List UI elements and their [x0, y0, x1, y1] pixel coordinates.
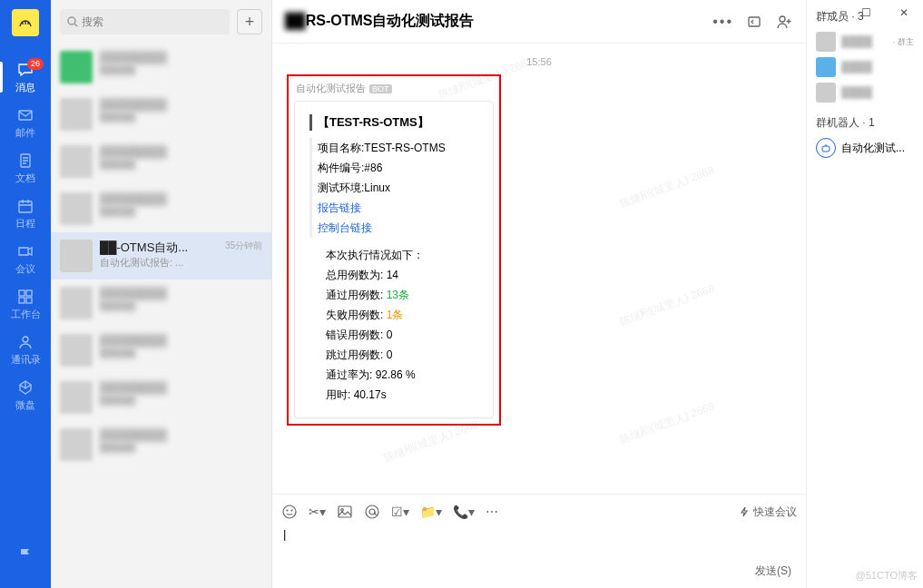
conversation-item[interactable]: ████████ █████ — [51, 138, 271, 185]
nav-meeting[interactable]: 会议 — [0, 236, 51, 281]
meeting-icon — [16, 242, 34, 260]
member-name: ████ — [841, 61, 914, 74]
quick-meeting-button[interactable]: 快速会议 — [739, 505, 797, 520]
grid-icon — [16, 288, 34, 306]
svg-point-10 — [780, 16, 785, 22]
calendar-icon — [16, 197, 34, 215]
nav-label: 通讯录 — [11, 353, 41, 367]
svg-rect-0 — [19, 111, 32, 120]
conversation-list-panel: 搜索 + ████████ █████ ████████ █████ █████… — [51, 0, 272, 588]
avatar — [60, 145, 93, 178]
svg-rect-4 — [26, 290, 32, 296]
nav-disk[interactable]: 微盘 — [0, 372, 51, 417]
svg-rect-3 — [19, 290, 25, 296]
message-input[interactable]: | — [281, 524, 797, 560]
svg-rect-18 — [822, 146, 830, 152]
bot-badge: BOT — [369, 84, 392, 93]
nav-chat[interactable]: 消息26 — [0, 54, 51, 100]
avatar — [60, 334, 93, 367]
conv-title: ████████ — [100, 428, 262, 442]
stats-rate: 通过率为: 92.86 % — [326, 365, 478, 385]
console-link[interactable]: 控制台链接 — [309, 218, 478, 238]
nav-label: 微盘 — [15, 398, 35, 412]
card-env: 测试环境:Linux — [309, 178, 478, 198]
conv-subtitle: █████ — [100, 159, 262, 170]
send-button[interactable]: 发送(S) — [281, 560, 797, 583]
chat-titlebar: ██RS-OTMS自动化测试报告 ••• — [272, 0, 806, 44]
member-row[interactable]: ████ — [816, 57, 914, 77]
message-area: 15:56 陈继刚(城里人) 2668 陈继刚(城里人) 2668 陈继刚(城里… — [272, 44, 806, 494]
stats-block: 本次执行情况如下： 总用例数为: 14 通过用例数: 13条 失败用例数: 1条… — [309, 245, 478, 405]
window-min[interactable]: — — [809, 0, 847, 25]
svg-rect-14 — [339, 506, 351, 517]
member-name: ████ — [841, 86, 914, 99]
folder-icon[interactable]: 📁▾ — [420, 505, 442, 519]
nav-calendar[interactable]: 日程 — [0, 191, 51, 236]
bot-row[interactable]: 自动化测试... — [816, 138, 914, 158]
highlighted-message: 自动化测试报告 BOT 【TEST-RS-OTMS】 项目名称:TEST-RS-… — [287, 74, 501, 426]
logo-icon — [18, 15, 33, 30]
emoji-icon[interactable] — [281, 504, 298, 520]
avatar — [60, 240, 93, 272]
stats-heading: 本次执行情况如下： — [326, 245, 478, 265]
nav-grid[interactable]: 工作台 — [0, 281, 51, 327]
conversation-item[interactable]: ██-OTMS自动... 自动化测试报告: ... 35分钟前 — [51, 232, 271, 279]
stats-skip: 跳过用例数: 0 — [326, 345, 478, 365]
nav-label: 工作台 — [11, 308, 41, 321]
owner-tag: · 群主 — [893, 36, 914, 48]
message-sender: 自动化测试报告 BOT — [296, 82, 494, 95]
conv-subtitle: █████ — [100, 64, 262, 75]
more-icon[interactable]: ••• — [712, 14, 733, 30]
report-link[interactable]: 报告链接 — [309, 198, 478, 218]
nav-doc[interactable]: 文档 — [0, 145, 51, 191]
avatar — [60, 51, 93, 83]
member-row[interactable]: ████ — [816, 83, 914, 103]
svg-rect-9 — [749, 17, 760, 26]
conversation-item[interactable]: ████████ █████ — [51, 44, 271, 91]
conv-title: ████████ — [100, 145, 262, 159]
scissors-icon[interactable]: ✂▾ — [309, 505, 326, 519]
stats-duration: 用时: 40.17s — [326, 385, 478, 405]
conversation-list: ████████ █████ ████████ █████ ████████ █… — [51, 44, 271, 588]
conversation-item[interactable]: ████████ █████ — [51, 374, 271, 421]
mention-icon[interactable] — [364, 504, 380, 520]
conversation-item[interactable]: ████████ █████ — [51, 185, 271, 232]
svg-rect-5 — [19, 298, 25, 303]
search-input[interactable]: 搜索 — [60, 9, 230, 34]
svg-point-11 — [283, 505, 296, 518]
disk-icon — [16, 378, 34, 397]
add-button[interactable]: + — [237, 9, 262, 34]
nav-contacts[interactable]: 通讯录 — [0, 327, 51, 372]
conversation-item[interactable]: ████████ █████ — [51, 421, 271, 468]
conv-time: 35分钟前 — [225, 240, 262, 272]
add-member-icon[interactable] — [775, 14, 793, 30]
expand-icon[interactable] — [746, 14, 762, 30]
toolbar: ✂▾ ☑▾ 📁▾ 📞▾ ⋯ 快速会议 — [281, 500, 797, 524]
svg-point-15 — [341, 509, 344, 512]
svg-point-8 — [68, 17, 75, 24]
avatar — [60, 381, 93, 414]
avatar — [60, 192, 93, 225]
bot-name: 自动化测试... — [841, 141, 905, 156]
more-tools-icon[interactable]: ⋯ — [486, 505, 499, 519]
stats-pass: 通过用例数: 13条 — [326, 285, 478, 305]
conv-title: ████████ — [100, 98, 262, 112]
window-close[interactable]: ✕ — [885, 0, 923, 25]
card-title: 【TEST-RS-OTMS】 — [309, 114, 478, 131]
image-icon[interactable] — [337, 504, 353, 520]
member-row[interactable]: ████ · 群主 — [816, 32, 914, 52]
chat-title: ██RS-OTMS自动化测试报告 — [285, 12, 712, 31]
window-max[interactable]: ☐ — [847, 0, 885, 25]
conv-subtitle: █████ — [100, 300, 262, 311]
time-divider: 15:56 — [287, 56, 791, 67]
svg-rect-6 — [26, 298, 32, 303]
phone-icon[interactable]: 📞▾ — [453, 505, 475, 519]
task-icon[interactable]: ☑▾ — [391, 505, 409, 519]
conversation-item[interactable]: ████████ █████ — [51, 279, 271, 327]
nav-mail[interactable]: 邮件 — [0, 100, 51, 145]
contacts-icon — [16, 333, 34, 351]
nav-more[interactable] — [0, 534, 51, 579]
conversation-item[interactable]: ████████ █████ — [51, 327, 271, 374]
conversation-item[interactable]: ████████ █████ — [51, 91, 271, 138]
app-logo[interactable] — [12, 9, 39, 36]
